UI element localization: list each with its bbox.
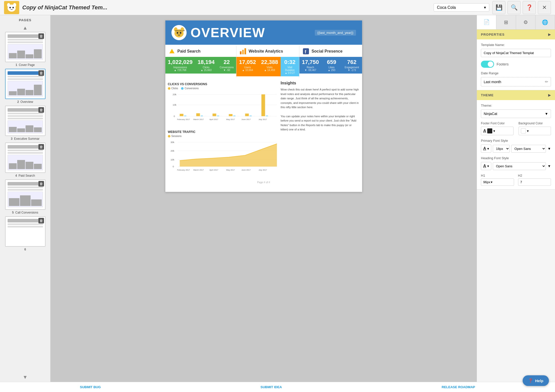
insights-column: Insights Wow check this out down here! A… xyxy=(281,81,360,176)
svg-text:April 2017: April 2017 xyxy=(209,169,218,171)
scroll-down-arrow[interactable]: ▼ xyxy=(22,373,29,381)
date-range-edit-icon[interactable]: ✏ xyxy=(545,79,548,84)
primary-font-name-select[interactable]: Open Sans xyxy=(511,145,546,153)
metric-visits: 22,388 Visits 14,459 xyxy=(259,57,281,76)
theme-header[interactable]: THEME ▶ xyxy=(477,90,555,100)
svg-rect-16 xyxy=(245,48,246,54)
metric-engagement: 762 Engagement -173 xyxy=(342,57,362,74)
metric-duration: 0:32 Visit Duration 0:0:27 xyxy=(281,57,299,76)
date-range-input[interactable]: Last month ✏ xyxy=(481,77,551,86)
submit-bug-link[interactable]: SUBMIT BUG xyxy=(80,385,101,389)
primary-font-size-select[interactable]: 18px xyxy=(493,145,510,153)
report-title: OVERVIEW xyxy=(191,25,265,40)
scroll-up-arrow[interactable]: ▲ xyxy=(22,24,29,32)
app-logo xyxy=(4,1,19,14)
svg-rect-32 xyxy=(201,116,203,116)
properties-header[interactable]: PROPERTIES ▶ xyxy=(477,30,555,39)
page-thumbnail-1[interactable]: 🗑 xyxy=(5,32,46,62)
website-analytics-section: Website Analytics 17,052 Users 10,664 22… xyxy=(236,45,299,78)
client-dropdown[interactable]: Coca Cola ▾ xyxy=(434,3,489,12)
delete-page-6-button[interactable]: 🗑 xyxy=(38,218,44,223)
background-color-picker[interactable]: ▾ xyxy=(519,127,551,135)
website-analytics-title: Website Analytics xyxy=(249,49,283,54)
heading-font-name-select[interactable]: Open Sans xyxy=(493,162,546,170)
svg-text:July 2017: July 2017 xyxy=(258,118,267,121)
insights-title: Insights xyxy=(281,81,360,85)
metric-reach: 17,750 Reach -59,467 xyxy=(299,57,321,74)
pages-sidebar: PAGES ▲ 🗑 xyxy=(0,15,51,392)
delete-page-4-button[interactable]: 🗑 xyxy=(38,144,44,150)
page-thumbnail-5[interactable]: 🗑 xyxy=(5,179,46,210)
metric-clicks: 18,194 Clicks 15,663 xyxy=(195,57,217,74)
delete-page-3-button[interactable]: 🗑 xyxy=(38,107,44,113)
list-item[interactable]: 🗑 5 Call Conversions xyxy=(3,179,48,214)
tab-page[interactable]: 📄 xyxy=(477,15,496,29)
top-bar-icons: 💾 🔍 ❓ ✕ xyxy=(492,1,551,14)
svg-rect-34 xyxy=(233,116,235,116)
svg-rect-28 xyxy=(229,114,233,116)
primary-font-style-label: Primary Font Style xyxy=(481,139,551,143)
metric-likes: 659 Likes 293 xyxy=(321,57,342,74)
footer-font-color-group: Footer Font Color A ▾ xyxy=(481,122,514,135)
help-chat-button[interactable]: ❓ Help xyxy=(523,375,549,386)
delete-page-2-button[interactable]: 🗑 xyxy=(38,70,44,76)
tab-widgets[interactable]: ⊞ xyxy=(496,15,516,29)
delete-page-5-button[interactable]: 🗑 xyxy=(38,181,44,187)
list-item[interactable]: 🗑 4 Paid Searc xyxy=(3,143,48,177)
svg-text:June 2017: June 2017 xyxy=(241,118,250,121)
google-ads-icon xyxy=(168,48,175,55)
charts-column: CLICKS VS CONVERSIONS Clicks Conversions xyxy=(168,81,278,176)
traffic-chart-svg: 30k 20k 10k 0 xyxy=(168,139,278,176)
release-roadmap-link[interactable]: RELEASE ROADMAP xyxy=(442,385,475,389)
h2-input[interactable]: 7 xyxy=(518,178,551,186)
primary-font-color-picker[interactable]: A ▾ xyxy=(481,145,491,153)
theme-section: THEME ▶ Theme: NinjaCat ▼ Footer Font Co… xyxy=(477,90,555,190)
svg-point-9 xyxy=(180,32,181,34)
svg-text:0: 0 xyxy=(172,165,174,168)
list-item[interactable]: 🗑 6 xyxy=(3,216,48,251)
social-presence-title: Social Presence xyxy=(312,49,343,54)
svg-rect-14 xyxy=(240,51,241,54)
page-thumbnail-6[interactable]: 🗑 xyxy=(5,216,46,247)
svg-text:February 2017: February 2017 xyxy=(177,169,190,171)
page-thumbnail-2[interactable]: 🗑 xyxy=(5,69,46,99)
template-name-label: Template Name: xyxy=(481,43,551,47)
theme-label: Theme: xyxy=(481,104,551,107)
list-item[interactable]: 🗑 1 Cover Page xyxy=(3,32,48,67)
svg-text:10k: 10k xyxy=(172,104,176,106)
analytics-icon xyxy=(239,48,247,55)
submit-idea-link[interactable]: SUBMIT IDEA xyxy=(260,385,282,389)
help-button[interactable]: ❓ xyxy=(523,1,536,14)
paid-search-title: Paid Search xyxy=(177,49,201,54)
svg-text:March 2017: March 2017 xyxy=(193,169,204,171)
heading-font-color-picker[interactable]: A ▾ xyxy=(481,162,491,170)
metric-conversions: 22 Conversions -50 xyxy=(217,57,236,74)
footer-color-swatch xyxy=(487,128,492,133)
delete-page-1-button[interactable]: 🗑 xyxy=(38,33,44,39)
date-range-label: Date Range xyxy=(481,71,551,75)
h2-group: H2 7 xyxy=(518,174,551,186)
close-button[interactable]: ✕ xyxy=(538,1,551,14)
svg-text:March 2017: March 2017 xyxy=(193,118,204,121)
tab-settings[interactable]: ⚙ xyxy=(516,15,536,29)
page-thumbnail-4[interactable]: 🗑 xyxy=(5,143,46,173)
svg-rect-27 xyxy=(212,113,216,116)
template-name-input[interactable] xyxy=(481,49,551,57)
search-button[interactable]: 🔍 xyxy=(507,1,521,14)
list-item[interactable]: 🗑 2 Overview xyxy=(3,69,48,104)
svg-text:May 2017: May 2017 xyxy=(226,169,235,171)
svg-text:NINJACAT: NINJACAT xyxy=(175,30,185,32)
page-thumbnail-3[interactable]: 🗑 xyxy=(5,106,46,136)
list-item[interactable]: 🗑 3 xyxy=(3,106,48,141)
report-footer: Page # of # xyxy=(165,179,362,186)
tab-global[interactable]: 🌐 xyxy=(536,15,555,29)
footer-links: SUBMIT BUG SUBMIT IDEA RELEASE ROADMAP xyxy=(0,382,555,392)
footers-toggle[interactable] xyxy=(481,61,494,68)
save-button[interactable]: 💾 xyxy=(492,1,505,14)
footer-font-color-picker[interactable]: A ▾ xyxy=(481,127,514,135)
svg-point-4 xyxy=(12,7,14,8)
color-row: Footer Font Color A ▾ Background Color xyxy=(481,122,551,135)
theme-select[interactable]: NinjaCat ▼ xyxy=(481,109,551,118)
h1-input[interactable]: 96px ▾ xyxy=(481,178,514,186)
report-header: NINJACAT OVERVIEW {{last_month_and_year}… xyxy=(165,20,362,45)
